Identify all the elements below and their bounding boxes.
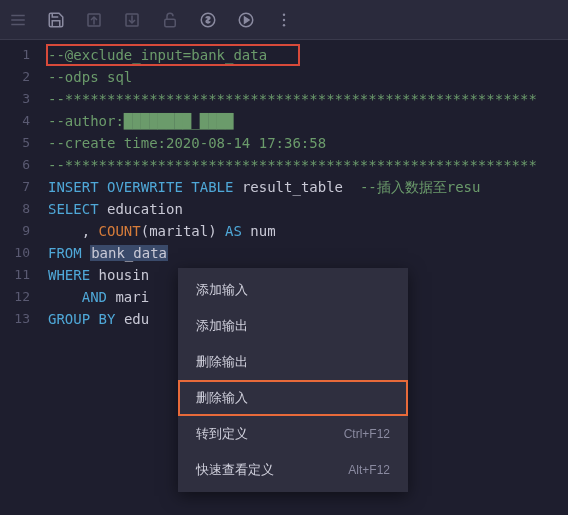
svg-rect-7	[165, 19, 176, 27]
code-token: INSERT	[48, 179, 99, 195]
line-number: 12	[0, 286, 40, 308]
code-token: --create time:2020-08-14 17:36:58	[48, 135, 326, 151]
menu-item[interactable]: 快速查看定义Alt+F12	[178, 452, 408, 488]
code-token	[90, 311, 98, 327]
code-token: housin	[90, 267, 149, 283]
svg-point-12	[283, 18, 285, 20]
code-token: ,	[48, 223, 99, 239]
code-token: num	[242, 223, 276, 239]
code-token: result_table	[233, 179, 359, 195]
more-icon[interactable]	[274, 10, 294, 30]
code-line[interactable]: FROM bank_data	[40, 242, 568, 264]
code-line[interactable]: --**************************************…	[40, 154, 568, 176]
code-token: --插入数据至resu	[360, 179, 481, 195]
code-token	[48, 289, 82, 305]
line-number: 1	[0, 44, 40, 66]
code-token: AND	[82, 289, 107, 305]
code-token: --**************************************…	[48, 157, 537, 173]
svg-point-13	[283, 24, 285, 26]
line-number: 6	[0, 154, 40, 176]
menu-item-shortcut: Alt+F12	[348, 463, 390, 477]
code-line[interactable]: SELECT education	[40, 198, 568, 220]
line-number: 3	[0, 88, 40, 110]
code-token: education	[99, 201, 183, 217]
menu-item-label: 转到定义	[196, 425, 248, 443]
menu-icon[interactable]	[8, 10, 28, 30]
code-line[interactable]: --**************************************…	[40, 88, 568, 110]
code-token: TABLE	[191, 179, 233, 195]
code-token: ████████_████	[124, 113, 234, 129]
dollar-icon[interactable]	[198, 10, 218, 30]
menu-item-label: 快速查看定义	[196, 461, 274, 479]
line-number: 2	[0, 66, 40, 88]
menu-item[interactable]: 添加输出	[178, 308, 408, 344]
code-token: AS	[225, 223, 242, 239]
code-token	[82, 245, 90, 261]
code-token: WHERE	[48, 267, 90, 283]
toolbar	[0, 0, 568, 40]
line-number: 13	[0, 308, 40, 330]
line-number: 10	[0, 242, 40, 264]
lock-icon[interactable]	[160, 10, 180, 30]
code-token: --**************************************…	[48, 91, 537, 107]
line-number: 11	[0, 264, 40, 286]
code-token: --author:	[48, 113, 124, 129]
line-number: 7	[0, 176, 40, 198]
menu-item[interactable]: 添加输入	[178, 272, 408, 308]
line-number: 5	[0, 132, 40, 154]
code-token: OVERWRITE	[107, 179, 183, 195]
code-token: GROUP	[48, 311, 90, 327]
context-menu: 添加输入添加输出删除输出删除输入转到定义Ctrl+F12快速查看定义Alt+F1…	[178, 268, 408, 492]
code-line[interactable]: --create time:2020-08-14 17:36:58	[40, 132, 568, 154]
run-icon[interactable]	[236, 10, 256, 30]
code-token: COUNT	[99, 223, 141, 239]
menu-item-label: 添加输出	[196, 317, 248, 335]
line-number: 8	[0, 198, 40, 220]
code-token: edu	[115, 311, 149, 327]
code-token: mari	[107, 289, 149, 305]
code-token: SELECT	[48, 201, 99, 217]
code-line[interactable]: INSERT OVERWRITE TABLE result_table --插入…	[40, 176, 568, 198]
upload-icon[interactable]	[84, 10, 104, 30]
code-token: --odps sql	[48, 69, 132, 85]
code-line[interactable]: --author:████████_████	[40, 110, 568, 132]
code-token: FROM	[48, 245, 82, 261]
code-token: --@exclude_input=bank_data	[48, 47, 267, 63]
line-gutter: 12345678910111213	[0, 40, 40, 515]
line-number: 4	[0, 110, 40, 132]
line-number: 9	[0, 220, 40, 242]
code-token: (marital)	[141, 223, 225, 239]
code-line[interactable]: --odps sql	[40, 66, 568, 88]
menu-item[interactable]: 删除输入	[178, 380, 408, 416]
menu-item-label: 删除输出	[196, 353, 248, 371]
code-token: BY	[99, 311, 116, 327]
download-icon[interactable]	[122, 10, 142, 30]
code-line[interactable]: , COUNT(marital) AS num	[40, 220, 568, 242]
code-token: bank_data	[90, 245, 168, 261]
code-token	[99, 179, 107, 195]
menu-item[interactable]: 转到定义Ctrl+F12	[178, 416, 408, 452]
svg-marker-10	[245, 17, 250, 23]
svg-point-11	[283, 13, 285, 15]
menu-item-label: 删除输入	[196, 389, 248, 407]
code-line[interactable]: --@exclude_input=bank_data	[40, 44, 568, 66]
save-icon[interactable]	[46, 10, 66, 30]
menu-item[interactable]: 删除输出	[178, 344, 408, 380]
menu-item-shortcut: Ctrl+F12	[344, 427, 390, 441]
menu-item-label: 添加输入	[196, 281, 248, 299]
